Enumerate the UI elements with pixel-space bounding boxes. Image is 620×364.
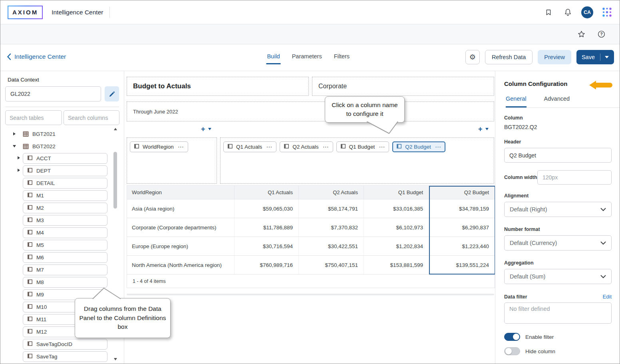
hide-column-label: Hide column (525, 348, 555, 354)
chip-menu-icon[interactable]: ⋯ (323, 144, 329, 150)
data-filter-input[interactable] (504, 302, 612, 324)
help-icon[interactable]: ? (596, 29, 607, 40)
user-avatar[interactable]: CA (581, 6, 593, 18)
definition-chip-q2-actuals[interactable]: Q2 Actuals⋯ (280, 141, 333, 152)
column-chip-m7[interactable]: M7 (23, 265, 107, 275)
number-format-select[interactable]: Default (Currency) (504, 235, 612, 251)
definition-chip-q1-actuals[interactable]: Q1 Actuals⋯ (223, 141, 276, 152)
column-chip-m2[interactable]: M2 (23, 203, 107, 213)
save-button-label: Save (582, 54, 595, 60)
grid-header-cell-q1-budget[interactable]: Q1 Budget (364, 186, 429, 199)
caret-right-icon[interactable] (12, 132, 17, 135)
grid-body: Asia (Asia region)$59,065,030$58,174,791… (127, 199, 495, 274)
scrollbar-thumb[interactable] (113, 152, 117, 209)
chip-menu-icon[interactable]: ⋯ (178, 144, 184, 150)
gear-icon: ⚙ (469, 54, 476, 61)
add-column-definition-control[interactable]: + (478, 125, 489, 133)
bookmark-icon[interactable] (543, 7, 554, 18)
grid-header-cell-q2-actuals[interactable]: Q2 Actuals (299, 186, 364, 199)
plus-icon[interactable]: + (478, 125, 483, 133)
report-subtitle-box[interactable]: Through June 2022 (127, 101, 494, 121)
column-chip-savetagdocid[interactable]: SaveTagDocID (23, 339, 107, 350)
config-tab-advanced[interactable]: Advanced (544, 95, 570, 107)
column-chip-dept[interactable]: DEPT (23, 165, 107, 176)
column-chip-m8[interactable]: M8 (23, 277, 107, 288)
grid-header-cell-q1-actuals[interactable]: Q1 Actuals (234, 186, 299, 199)
chevron-down-icon (600, 241, 606, 245)
grid-cell: $6,102,973 (364, 218, 429, 237)
column-icon (396, 143, 402, 151)
definition-chip-q1-budget[interactable]: Q1 Budget⋯ (336, 141, 389, 152)
chevron-down-icon[interactable] (605, 56, 609, 58)
column-chip-m5[interactable]: M5 (23, 240, 107, 251)
add-row-definition-control[interactable]: + (201, 125, 211, 133)
tree-table-bgt2021[interactable]: BGT2021 (5, 128, 119, 139)
column-chip-m1[interactable]: M1 (23, 190, 107, 201)
data-context-input[interactable] (5, 86, 101, 101)
column-chip-m3[interactable]: M3 (23, 215, 107, 226)
tree-table-bgt2022[interactable]: BGT2022 (5, 141, 119, 152)
grid-cell: $153,881,599 (364, 256, 429, 274)
favorite-star-icon[interactable] (576, 29, 587, 40)
search-tables-input[interactable] (5, 110, 62, 125)
horizontal-scrollbar[interactable] (127, 294, 494, 295)
column-name: M6 (36, 255, 44, 261)
grid-cell: $11,786,889 (234, 218, 299, 237)
column-icon (27, 291, 33, 298)
settings-button[interactable]: ⚙ (465, 50, 480, 64)
enable-filter-toggle[interactable] (504, 333, 520, 341)
tab-build[interactable]: Build (266, 52, 280, 64)
edit-data-context-button[interactable] (105, 86, 119, 101)
column-icon (27, 167, 33, 175)
caret-right-icon[interactable] (16, 169, 21, 172)
scroll-up-icon[interactable] (114, 128, 117, 130)
preview-button[interactable]: Preview (538, 50, 571, 64)
alignment-select[interactable]: Default (Right) (504, 202, 612, 217)
chip-menu-icon[interactable]: ⋯ (435, 144, 441, 150)
data-filter-label: Data filter (504, 294, 527, 300)
definition-chip-q2-budget[interactable]: Q2 Budget⋯ (392, 141, 445, 152)
report-header-right-box[interactable]: Corporate (312, 77, 494, 96)
grid-header-cell-worldregion[interactable]: WorldRegion (127, 186, 234, 199)
grid-row: North America (North America region)$760… (127, 255, 495, 274)
column-chip-acct[interactable]: ACCT (23, 153, 107, 164)
table-name: BGT2021 (32, 131, 56, 137)
column-chip-detail[interactable]: DETAIL (23, 178, 107, 189)
callout-tail (366, 121, 399, 134)
caret-down-icon[interactable] (12, 145, 17, 147)
apps-grid-icon[interactable] (601, 7, 612, 18)
aggregation-select[interactable]: Default (Sum) (504, 269, 612, 284)
column-width-input[interactable] (537, 170, 612, 185)
report-title-box[interactable]: Budget to Actuals (127, 77, 309, 96)
grid-header-cell-q2-budget[interactable]: Q2 Budget (429, 186, 495, 199)
hide-column-toggle[interactable] (504, 347, 520, 355)
edit-filter-link[interactable]: Edit (603, 294, 612, 300)
column-chip-savetag[interactable]: SaveTag (23, 351, 107, 362)
column-name: M7 (36, 267, 44, 273)
column-icon (340, 143, 346, 151)
column-name: SaveTagDocID (36, 341, 72, 347)
chip-menu-icon[interactable]: ⋯ (266, 144, 272, 150)
tab-filters[interactable]: Filters (333, 52, 350, 64)
callout-arrow-icon (589, 81, 612, 90)
refresh-data-button[interactable]: Refresh Data (485, 50, 533, 64)
row-definitions-box[interactable]: WorldRegion⋯ (127, 137, 217, 184)
definition-chip-worldregion[interactable]: WorldRegion⋯ (130, 141, 188, 152)
column-chip-m4[interactable]: M4 (23, 227, 107, 238)
grid-cell: North America (North America region) (127, 256, 234, 274)
header-input[interactable] (504, 148, 612, 163)
column-chip-m6[interactable]: M6 (23, 252, 107, 263)
chevron-down-icon[interactable] (485, 128, 489, 130)
chip-menu-icon[interactable]: ⋯ (379, 144, 385, 150)
tab-parameters[interactable]: Parameters (291, 52, 323, 64)
back-link[interactable]: Intelligence Center (7, 53, 66, 60)
caret-right-icon[interactable] (16, 156, 21, 159)
chevron-down-icon[interactable] (208, 128, 211, 130)
column-definitions-box[interactable]: Q1 Actuals⋯Q2 Actuals⋯Q1 Budget⋯Q2 Budge… (220, 137, 494, 184)
config-tab-general[interactable]: General (506, 95, 527, 107)
save-button[interactable]: Save (576, 50, 614, 64)
notifications-bell-icon[interactable] (562, 7, 573, 18)
scroll-down-icon[interactable] (114, 358, 117, 360)
plus-icon[interactable]: + (201, 125, 205, 133)
search-columns-input[interactable] (64, 110, 119, 125)
